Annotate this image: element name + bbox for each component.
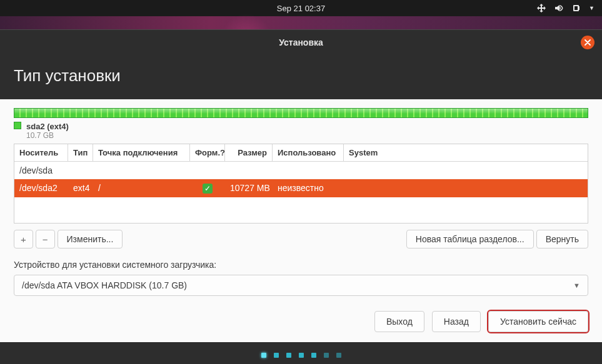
content-area: sda2 (ext4) 10.7 GB Носитель Тип Точка п… (0, 99, 602, 342)
legend-label: sda2 (ext4) (26, 122, 69, 131)
system-tray[interactable]: ▼ (536, 0, 594, 16)
install-now-button[interactable]: Установить сейчас (488, 311, 588, 332)
table-row[interactable]: /dev/sda2 ext4 / ✓ 10727 MB неизвестно (14, 179, 588, 197)
col-device[interactable]: Носитель (14, 144, 68, 161)
revert-button[interactable]: Вернуть (536, 230, 588, 248)
cell-system (344, 182, 588, 195)
bootloader-label: Устройство для установки системного загр… (14, 260, 588, 270)
col-format[interactable]: Форм.? (190, 144, 225, 161)
partition-table[interactable]: Носитель Тип Точка подключения Форм.? Ра… (14, 144, 588, 224)
desktop-background (0, 16, 602, 29)
back-button[interactable]: Назад (432, 311, 481, 332)
window-title: Установка (279, 37, 323, 47)
gnome-top-panel: Sep 21 02:37 ▼ (0, 0, 602, 16)
dot[interactable] (311, 353, 316, 358)
dot[interactable] (274, 353, 279, 358)
legend-swatch (14, 122, 21, 129)
disk-usage-bar[interactable] (14, 108, 588, 118)
installer-window: Установка Тип установки sda2 (ext4) 10.7… (0, 29, 602, 364)
chevron-down-icon: ▼ (589, 5, 594, 11)
chevron-down-icon: ▼ (573, 282, 580, 289)
partition-toolbar: + − Изменить... Новая таблица разделов..… (14, 230, 588, 248)
col-mount[interactable]: Точка подключения (93, 144, 190, 161)
table-row[interactable]: /dev/sda (14, 162, 588, 179)
bootloader-device-select[interactable]: /dev/sda ATA VBOX HARDDISK (10.7 GB) ▼ (14, 275, 588, 296)
close-button[interactable] (581, 36, 594, 49)
network-icon (536, 3, 546, 13)
plus-icon: + (21, 234, 26, 245)
page-indicator (0, 342, 602, 364)
add-partition-button[interactable]: + (14, 230, 33, 248)
check-icon: ✓ (203, 184, 213, 194)
battery-icon (571, 3, 581, 13)
clock[interactable]: Sep 21 02:37 (277, 4, 325, 13)
dot[interactable] (324, 353, 329, 358)
remove-partition-button[interactable]: − (36, 230, 55, 248)
dot[interactable] (286, 353, 291, 358)
wizard-actions: Выход Назад Установить сейчас (14, 311, 588, 332)
cell-mount: / (93, 182, 190, 195)
col-size[interactable]: Размер (225, 144, 273, 161)
legend-size: 10.7 GB (26, 131, 588, 140)
minus-icon: − (43, 234, 48, 245)
col-used[interactable]: Использовано (273, 144, 344, 161)
close-icon (584, 39, 591, 46)
cell-format: ✓ (190, 182, 225, 195)
cell-device: /dev/sda2 (14, 182, 68, 195)
change-partition-button[interactable]: Изменить... (58, 230, 123, 248)
quit-button[interactable]: Выход (374, 311, 424, 332)
col-type[interactable]: Тип (68, 144, 93, 161)
new-partition-table-button[interactable]: Новая таблица разделов... (406, 230, 534, 248)
cell-used: неизвестно (273, 182, 344, 195)
page-title: Тип установки (14, 66, 588, 86)
bootloader-selected: /dev/sda ATA VBOX HARDDISK (10.7 GB) (22, 280, 187, 290)
volume-icon (554, 3, 564, 13)
dot[interactable] (336, 353, 341, 358)
col-system[interactable]: System (344, 144, 588, 161)
cell-size: 10727 MB (225, 182, 273, 195)
dot[interactable] (261, 353, 266, 358)
disk-legend: sda2 (ext4) (14, 122, 588, 131)
cell-device: /dev/sda (14, 164, 58, 177)
cell-type: ext4 (68, 182, 93, 195)
window-titlebar: Установка (0, 30, 602, 55)
dot[interactable] (299, 353, 304, 358)
table-header: Носитель Тип Точка подключения Форм.? Ра… (14, 144, 588, 162)
